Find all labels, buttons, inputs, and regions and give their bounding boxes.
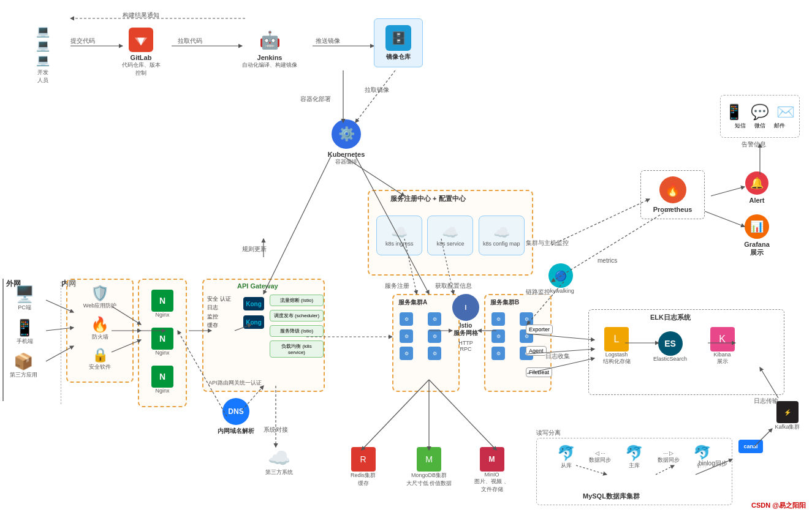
system-interface-label: 系统对接 [264, 426, 288, 434]
rule-update-label: 规则更新 [242, 245, 267, 254]
developer-label: 开发 人员 [37, 69, 48, 85]
notification-section: 📱 💬 ✉️ 短信 微信 邮件 告警信息 [720, 95, 800, 146]
log-collect-label: 日志收集 [545, 352, 570, 361]
elk-label: ELK日志系统 [650, 313, 691, 322]
monitor: 监控 [207, 312, 241, 321]
grafana-label: Grafana 展示 [744, 241, 770, 257]
grafana-section: 📊 Grafana 展示 [738, 214, 775, 257]
third-party-system-section: ☁️ 第三方系统 [254, 447, 303, 476]
grafana-icon: 📊 [745, 214, 769, 239]
logstash-label: Logstash [605, 351, 628, 358]
master-db: 🐬 主库 [617, 445, 651, 470]
mysql-cluster-label: MySQL数据库集群 [583, 492, 640, 501]
flow-break: 流量熔断 (Istio) [270, 295, 324, 306]
k8s-service-box: ☁️ k8s service [427, 216, 473, 255]
structured-storage-label: 结构化存储 [603, 358, 631, 366]
data-sync-right: ··· ▷数据同步 [658, 450, 680, 464]
gitlab-icon [129, 28, 153, 52]
email-icon: ✉️ [776, 103, 795, 121]
nginx2-icon: N [151, 328, 173, 350]
sms-label: 短信 [735, 122, 746, 130]
exporter-label: Exporter [529, 326, 550, 333]
canal-label: canal [743, 443, 757, 449]
service-register-label: 服务注册 [385, 282, 409, 290]
minio-section: M MinIO 图片、视频 、文件存储 [472, 447, 512, 494]
wechat-icon: 💬 [751, 103, 769, 121]
mongodb-section: M MongoDB集群 大尺寸低 价值数据 [404, 447, 453, 487]
node-dot-b2: ⚙ [520, 312, 533, 326]
kong2-icon: Kong [243, 315, 264, 329]
exporter-box: Exporter [526, 325, 553, 334]
svg-line-4 [355, 70, 395, 122]
minio-icon: M [480, 447, 504, 472]
alert-section: 🔔 Alert [738, 171, 775, 204]
kibana-label: Kibana [713, 351, 730, 358]
net-divider [61, 282, 61, 404]
firewall-label: 防火墙 [92, 333, 108, 341]
pc-label: PC端 [18, 304, 31, 312]
display-label: 展示 [717, 358, 728, 366]
cluster-a-label: 服务集群A [398, 298, 427, 307]
rpc-label: RPC [460, 346, 471, 352]
kibana-icon: K [710, 327, 735, 351]
canal-icon: canal [738, 440, 763, 453]
alert-icon: 🔔 [745, 171, 768, 195]
k8s-label: Kubernetes [328, 151, 365, 158]
jenkins-icon: 🤖 [257, 28, 282, 52]
logstash-section: L Logstash 结构化存储 [595, 327, 638, 366]
k8s-section: ⚙️ Kubernetes 容器编排 [325, 119, 368, 166]
get-config-label: 获取配置信息 [435, 282, 472, 290]
nginx-box: N Nginx N Nginx N Nginx [138, 279, 187, 407]
kong1-icon: Kong [243, 297, 264, 310]
data-sync-left: ◁ ···数据同步 [589, 450, 611, 464]
node-dot-b5: ⚙ [491, 347, 505, 360]
read-write-split-label: 读写分离 [536, 429, 561, 437]
kong2-label: Kong [246, 319, 262, 326]
elasticsearch-section: ES ElasticSearch [644, 331, 696, 362]
mysql-cluster-box: MySQL数据库集群 🐬 从库 ◁ ···数据同步 🐬 主库 ··· ▷数据同步 [536, 438, 732, 505]
third-party-app-label: 第三方应用 [10, 371, 37, 379]
cluster-b-label: 服务集群B [490, 298, 519, 307]
k8s-ingress-box: ☁️ k8s ingress [376, 216, 422, 255]
filebeat-label: FileBeat [529, 369, 549, 375]
skywalking-icon: 🔵 [548, 263, 573, 288]
service-center-label: 服务注册中心 + 配置中心 [390, 194, 466, 203]
node-dot-6: ⚙ [428, 347, 441, 360]
nginx3-section: N Nginx [151, 366, 173, 394]
binlog-sync-label: binlog同步 [699, 459, 727, 468]
k8s-config-map-box: ☁️ k8s config map [479, 216, 525, 255]
mongodb-icon: M [417, 447, 441, 472]
mirror-repo-label: 镜像仓库 [386, 53, 411, 61]
sms-icon: 📱 [725, 103, 743, 121]
dns-icon: DNS [222, 398, 249, 425]
mirror-repo-section: 🗄️ 镜像仓库 [374, 18, 423, 67]
redis-label: Redis集群 [351, 472, 376, 479]
k8s-icon: ⚙️ [332, 119, 361, 149]
elasticsearch-label: ElasticSearch [653, 356, 687, 362]
k8s-config-map-label: k8s config map [483, 241, 520, 247]
web-app-firewall-section: 🛡️ Web应用防护 [83, 285, 116, 310]
prometheus-label: Prometheus [653, 206, 692, 213]
node-dot-5: ⚙ [400, 347, 413, 360]
security-software-section: 🔒 安全软件 [89, 347, 111, 371]
k8s-service-label: k8s service [436, 241, 464, 247]
redis-section: R Redis集群 缓存 [340, 447, 386, 487]
pull-image-label: 拉取镜像 [365, 86, 389, 94]
slave-label: 从库 [561, 462, 572, 470]
service-center-box: 服务注册中心 + 配置中心 ☁️ k8s ingress ☁️ k8s serv… [368, 190, 533, 276]
alert-info-label: 告警信息 [742, 140, 812, 149]
jenkins-section: 🤖 Jenkins 自动化编译、构建镜像 [239, 28, 300, 69]
istio-label: Istio 服务网格 [453, 322, 478, 337]
big-data-label: 大尺寸低 价值数据 [406, 479, 452, 487]
gitlab-section: GitLab 代码仓库、版本控制 [120, 28, 162, 77]
watermark: CSDN @易之阳阳 [751, 501, 806, 510]
image-video-label: 图片、视频 、文件存储 [472, 478, 512, 494]
node-dot-4: ⚙ [428, 329, 441, 343]
filebeat-box: FileBeat [526, 367, 552, 377]
registry-icon: 🗄️ [385, 25, 411, 51]
jenkins-label: Jenkins [257, 54, 283, 61]
submit-code-label: 提交代码 [70, 37, 95, 45]
push-image-label: 推送镜像 [316, 37, 340, 45]
nginx2-section: N Nginx [151, 328, 173, 356]
k8s-sub: 容器编排 [335, 158, 357, 166]
